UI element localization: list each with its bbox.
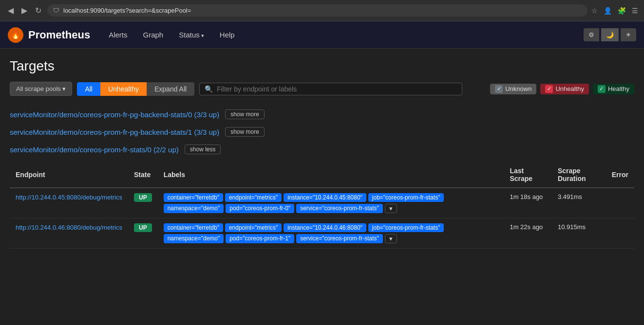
url-text: localhost:9090/targets?search=&scrapePoo… bbox=[63, 7, 582, 14]
col-scrape-duration: Scrape Duration bbox=[552, 162, 606, 188]
extensions-icon[interactable]: 🧩 bbox=[618, 7, 626, 15]
filter-row: All scrape pools ▾ All Unhealthy Expand … bbox=[10, 82, 634, 96]
show-more-btn-1[interactable]: show more bbox=[225, 127, 265, 137]
label-tag-1-3: job="coreos-prom-fr-stats" bbox=[368, 223, 444, 232]
filter-tabs: All Unhealthy Expand All bbox=[77, 82, 194, 96]
table-row: http://10.244.0.46:8080/debug/metricsUPc… bbox=[10, 218, 634, 249]
tab-all[interactable]: All bbox=[77, 82, 100, 96]
table-header-row: Endpoint State Labels Last Scrape Scrape… bbox=[10, 162, 634, 188]
label-tag-1-1: endpoint="metrics" bbox=[225, 223, 282, 232]
brand: 🔥 Prometheus bbox=[8, 27, 90, 43]
expand-labels-btn-1[interactable]: ▾ bbox=[385, 234, 397, 243]
back-button[interactable]: ◀ bbox=[6, 4, 16, 17]
label-tag-1-4: namespace="demo" bbox=[164, 234, 224, 243]
scrape-pool-dropdown[interactable]: All scrape pools ▾ bbox=[10, 82, 72, 96]
forward-button[interactable]: ▶ bbox=[19, 4, 29, 17]
badge-unknown[interactable]: ✓ Unknown bbox=[490, 84, 536, 94]
col-error: Error bbox=[606, 162, 634, 188]
tab-unhealthy[interactable]: Unhealthy bbox=[100, 82, 147, 96]
labels-cell-0: container="ferretdb"endpoint="metrics"in… bbox=[158, 188, 504, 218]
brand-name: Prometheus bbox=[28, 29, 90, 41]
tab-expand-all[interactable]: Expand All bbox=[147, 82, 194, 96]
badge-unhealthy-label: Unhealthy bbox=[555, 85, 584, 92]
badge-healthy[interactable]: ✓ Healthy bbox=[593, 84, 634, 94]
nav-graph[interactable]: Graph bbox=[136, 27, 170, 43]
endpoint-cell-0: http://10.244.0.45:8080/debug/metrics bbox=[10, 188, 128, 218]
browser-toolbar-icons: ☆ 👤 🧩 ☰ bbox=[591, 7, 638, 15]
scrape-duration-cell-1: 10.915ms bbox=[552, 218, 606, 249]
last-scrape-cell-0: 1m 18s ago bbox=[504, 188, 552, 218]
col-state: State bbox=[128, 162, 158, 188]
settings-theme-btn[interactable]: ⚙ bbox=[584, 28, 599, 41]
label-tag-0-2: instance="10.244.0.45:8080" bbox=[284, 193, 366, 202]
browser-chrome: ◀ ▶ ↻ 🛡 localhost:9090/targets?search=&s… bbox=[0, 0, 644, 21]
unhealthy-checkbox[interactable]: ✓ bbox=[545, 85, 553, 93]
bookmark-icon[interactable]: ☆ bbox=[591, 7, 598, 15]
unknown-checkbox[interactable]: ✓ bbox=[495, 85, 503, 93]
label-tag-0-1: endpoint="metrics" bbox=[225, 193, 282, 202]
service-monitor-link-0[interactable]: serviceMonitor/demo/coreos-prom-fr-pg-ba… bbox=[10, 110, 219, 119]
shield-icon: 🛡 bbox=[53, 7, 59, 14]
address-bar[interactable]: 🛡 localhost:9090/targets?search=&scrapeP… bbox=[47, 4, 587, 17]
service-monitor-link-2[interactable]: serviceMonitor/demo/coreos-prom-fr-stats… bbox=[10, 145, 179, 154]
label-tag-1-6: service="coreos-prom-fr-stats" bbox=[296, 234, 383, 243]
last-scrape-cell-1: 1m 22s ago bbox=[504, 218, 552, 249]
nav-help[interactable]: Help bbox=[213, 27, 242, 43]
expand-labels-btn-0[interactable]: ▾ bbox=[385, 204, 397, 213]
nav-links: Alerts Graph Status Help bbox=[102, 27, 242, 43]
show-less-btn-2[interactable]: show less bbox=[185, 144, 221, 154]
label-tag-1-0: container="ferretdb" bbox=[164, 223, 223, 232]
col-endpoint: Endpoint bbox=[10, 162, 128, 188]
service-monitor-link-1[interactable]: serviceMonitor/demo/coreos-prom-fr-pg-ba… bbox=[10, 128, 219, 136]
label-tag-1-5: pod="coreos-prom-fr-1" bbox=[226, 234, 294, 243]
page-title: Targets bbox=[10, 58, 634, 74]
service-monitor-row-0: serviceMonitor/demo/coreos-prom-fr-pg-ba… bbox=[10, 106, 634, 123]
labels-cell-1: container="ferretdb"endpoint="metrics"in… bbox=[158, 218, 504, 249]
state-badge-0: UP bbox=[134, 193, 152, 202]
error-cell-0 bbox=[606, 188, 634, 218]
service-monitor-row-1: serviceMonitor/demo/coreos-prom-fr-pg-ba… bbox=[10, 123, 634, 141]
endpoint-cell-1: http://10.244.0.46:8080/debug/metrics bbox=[10, 218, 128, 249]
menu-icon[interactable]: ☰ bbox=[632, 7, 638, 15]
light-theme-btn[interactable]: ☀ bbox=[621, 28, 636, 41]
label-tag-0-0: container="ferretdb" bbox=[164, 193, 223, 202]
scrape-duration-cell-0: 3.491ms bbox=[552, 188, 606, 218]
main-content: Targets All scrape pools ▾ All Unhealthy… bbox=[0, 49, 644, 258]
search-box: 🔍 bbox=[199, 83, 462, 95]
reload-button[interactable]: ↻ bbox=[33, 4, 43, 17]
col-labels: Labels bbox=[158, 162, 504, 188]
endpoint-link-0[interactable]: http://10.244.0.45:8080/debug/metrics bbox=[16, 194, 122, 201]
theme-buttons: ⚙ 🌙 ☀ bbox=[584, 28, 636, 41]
dark-theme-btn[interactable]: 🌙 bbox=[601, 28, 619, 41]
badge-healthy-label: Healthy bbox=[608, 85, 629, 92]
badge-unknown-label: Unknown bbox=[505, 85, 531, 92]
state-badge-1: UP bbox=[134, 223, 152, 232]
labels-container-1: container="ferretdb"endpoint="metrics"in… bbox=[164, 223, 498, 243]
endpoint-link-1[interactable]: http://10.244.0.46:8080/debug/metrics bbox=[16, 224, 122, 231]
label-tag-1-2: instance="10.244.0.46:8080" bbox=[284, 223, 366, 232]
label-tag-0-3: job="coreos-prom-fr-stats" bbox=[368, 193, 444, 202]
state-cell-0: UP bbox=[128, 188, 158, 218]
label-tag-0-4: namespace="demo" bbox=[164, 204, 224, 213]
search-input[interactable] bbox=[217, 85, 457, 93]
profile-icon[interactable]: 👤 bbox=[604, 7, 612, 15]
brand-icon: 🔥 bbox=[8, 27, 23, 43]
filter-badges: ✓ Unknown ✓ Unhealthy ✓ Healthy bbox=[490, 84, 634, 94]
targets-table: Endpoint State Labels Last Scrape Scrape… bbox=[10, 162, 634, 249]
nav-status[interactable]: Status bbox=[172, 27, 211, 43]
topnav: 🔥 Prometheus Alerts Graph Status Help ⚙ … bbox=[0, 21, 644, 49]
error-cell-1 bbox=[606, 218, 634, 249]
service-monitor-list: serviceMonitor/demo/coreos-prom-fr-pg-ba… bbox=[10, 106, 634, 158]
service-monitor-row-2: serviceMonitor/demo/coreos-prom-fr-stats… bbox=[10, 141, 634, 158]
show-more-btn-0[interactable]: show more bbox=[225, 109, 265, 119]
labels-container-0: container="ferretdb"endpoint="metrics"in… bbox=[164, 193, 498, 213]
label-tag-0-6: service="coreos-prom-fr-stats" bbox=[296, 204, 383, 213]
badge-unhealthy[interactable]: ✓ Unhealthy bbox=[540, 84, 589, 94]
search-icon: 🔍 bbox=[205, 85, 213, 93]
col-last-scrape: Last Scrape bbox=[504, 162, 552, 188]
state-cell-1: UP bbox=[128, 218, 158, 249]
label-tag-0-5: pod="coreos-prom-fr-0" bbox=[226, 204, 294, 213]
healthy-checkbox[interactable]: ✓ bbox=[598, 85, 606, 93]
nav-alerts[interactable]: Alerts bbox=[102, 27, 134, 43]
table-row: http://10.244.0.45:8080/debug/metricsUPc… bbox=[10, 188, 634, 218]
